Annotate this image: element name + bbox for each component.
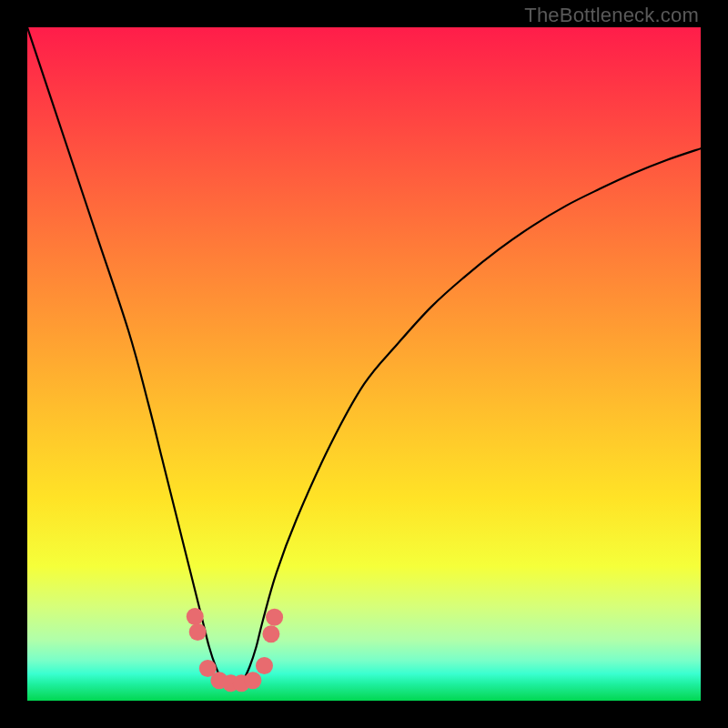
curve-marker	[244, 672, 261, 689]
bottleneck-curve-path	[27, 27, 701, 684]
curve-marker	[187, 608, 204, 625]
chart-plot-area	[27, 27, 701, 701]
curve-markers	[187, 608, 283, 692]
watermark-text: TheBottleneck.com	[524, 4, 699, 27]
bottleneck-curve-svg	[27, 27, 701, 701]
curve-marker	[256, 657, 273, 674]
curve-marker	[262, 625, 279, 642]
curve-marker	[189, 623, 207, 641]
curve-marker	[266, 609, 283, 626]
